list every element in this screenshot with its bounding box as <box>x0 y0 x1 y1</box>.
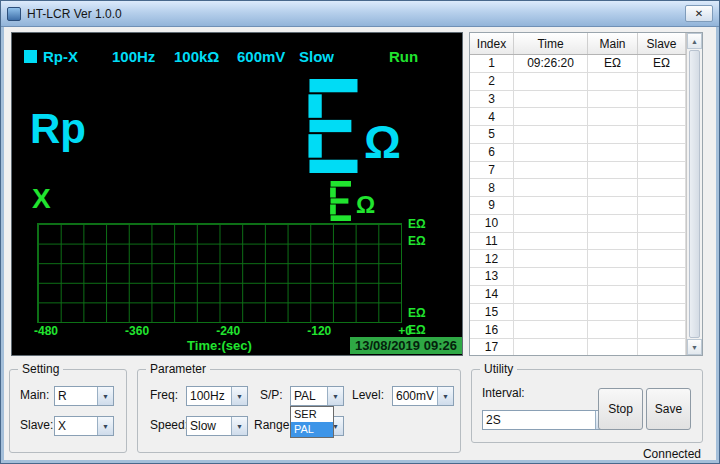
chart-x-axis-label: Time:(sec) <box>37 338 402 353</box>
chart-x-tick: -360 <box>125 324 149 338</box>
freq-label: Freq: <box>150 388 178 402</box>
speed-select[interactable]: Slow ▼ <box>186 416 248 436</box>
table-row[interactable]: 5 <box>470 126 686 144</box>
sp-select[interactable]: PAL ▼ <box>290 386 344 406</box>
chevron-down-icon[interactable]: ▼ <box>437 387 453 405</box>
chevron-down-icon[interactable]: ▼ <box>97 417 113 435</box>
sp-dropdown-option[interactable]: PAL <box>291 422 333 437</box>
table-cell-time <box>514 250 588 268</box>
table-header: Index Time Main Slave <box>470 33 686 55</box>
chevron-down-icon[interactable]: ▼ <box>327 387 343 405</box>
table-cell-time <box>514 233 588 251</box>
table-cell-time <box>514 91 588 109</box>
table-cell-main <box>588 215 638 233</box>
table-columns-area: Index Time Main Slave 109:26:20EΩEΩ23456… <box>470 33 686 355</box>
table-cell-time <box>514 73 588 91</box>
column-header-time[interactable]: Time <box>514 33 588 54</box>
table-row[interactable]: 12 <box>470 250 686 268</box>
table-cell-index: 8 <box>470 179 514 197</box>
scroll-up-icon[interactable]: ▲ <box>687 33 702 49</box>
chart-y-label: EΩ <box>408 217 426 231</box>
stop-button[interactable]: Stop <box>598 388 643 430</box>
lcd-timestamp: 13/08/2019 09:26 <box>350 337 462 354</box>
table-cell-index: 4 <box>470 108 514 126</box>
table-row[interactable]: 3 <box>470 91 686 109</box>
main-parameter-label: Rp <box>30 105 86 153</box>
table-cell-slave <box>638 286 686 304</box>
table-cell-index: 3 <box>470 91 514 109</box>
sp-dropdown-option[interactable]: SER <box>291 407 333 422</box>
status-freq: 100Hz <box>112 48 155 65</box>
table-cell-slave <box>638 321 686 339</box>
table-cell-slave <box>638 339 686 355</box>
speed-label: Speed: <box>150 418 188 432</box>
table-cell-index: 1 <box>470 55 514 73</box>
table-row[interactable]: 9 <box>470 197 686 215</box>
interval-select[interactable]: 2S ▼ <box>482 410 612 430</box>
column-header-main[interactable]: Main <box>588 33 638 54</box>
level-label: Level: <box>352 388 384 402</box>
save-button[interactable]: Save <box>646 388 691 430</box>
slave-unit: Ω <box>356 193 375 217</box>
status-level: 600mV <box>237 48 285 65</box>
table-cell-time <box>514 126 588 144</box>
level-select[interactable]: 600mV ▼ <box>392 386 454 406</box>
chevron-down-icon[interactable]: ▼ <box>231 417 247 435</box>
measurement-table: Index Time Main Slave 109:26:20EΩEΩ23456… <box>469 32 703 356</box>
table-row[interactable]: 14 <box>470 286 686 304</box>
table-cell-main: EΩ <box>588 55 638 73</box>
table-row[interactable]: 8 <box>470 179 686 197</box>
main-select[interactable]: R ▼ <box>54 386 114 406</box>
chart-x-tick: -480 <box>34 324 58 338</box>
table-cell-index: 6 <box>470 144 514 162</box>
column-header-slave[interactable]: Slave <box>638 33 686 54</box>
table-row[interactable]: 15 <box>470 304 686 322</box>
chevron-down-icon[interactable]: ▼ <box>231 387 247 405</box>
table-cell-main <box>588 233 638 251</box>
slave-parameter-label: X <box>32 183 51 215</box>
title-bar[interactable]: HT-LCR Ver 1.0.0 ✕ <box>1 1 719 27</box>
table-row[interactable]: 7 <box>470 162 686 180</box>
slave-value-seven-segment: E <box>330 181 352 221</box>
table-row[interactable]: 11 <box>470 233 686 251</box>
table-row[interactable]: 6 <box>470 144 686 162</box>
freq-select[interactable]: 100Hz ▼ <box>186 386 248 406</box>
table-cell-index: 17 <box>470 339 514 355</box>
table-cell-slave <box>638 108 686 126</box>
table-cell-slave <box>638 73 686 91</box>
table-cell-main <box>588 197 638 215</box>
chart-x-tick: +0 <box>398 324 412 338</box>
table-cell-index: 16 <box>470 321 514 339</box>
table-cell-main <box>588 144 638 162</box>
chart-x-tick: -240 <box>216 324 240 338</box>
lcd-display: Rp-X 100Hz 100kΩ 600mV Slow Run Rp E Ω X… <box>11 32 463 356</box>
slave-select-value: X <box>55 417 97 435</box>
table-row[interactable]: 17 <box>470 339 686 355</box>
status-range: 100kΩ <box>174 48 219 65</box>
table-cell-time <box>514 268 588 286</box>
chevron-down-icon[interactable]: ▼ <box>97 387 113 405</box>
table-row[interactable]: 13 <box>470 268 686 286</box>
table-cell-main <box>588 250 638 268</box>
table-cell-index: 12 <box>470 250 514 268</box>
table-cell-main <box>588 286 638 304</box>
table-row[interactable]: 2 <box>470 73 686 91</box>
table-row[interactable]: 109:26:20EΩEΩ <box>470 55 686 73</box>
table-cell-slave <box>638 144 686 162</box>
scroll-down-icon[interactable]: ▼ <box>687 339 702 355</box>
table-cell-index: 9 <box>470 197 514 215</box>
table-row[interactable]: 10 <box>470 215 686 233</box>
table-cell-index: 14 <box>470 286 514 304</box>
table-row[interactable]: 16 <box>470 321 686 339</box>
table-cell-index: 11 <box>470 233 514 251</box>
table-cell-time <box>514 286 588 304</box>
scrollbar-thumb[interactable] <box>689 50 700 338</box>
table-scrollbar[interactable]: ▲ ▼ <box>686 33 702 355</box>
connection-status: Connected <box>643 447 701 461</box>
close-button[interactable]: ✕ <box>685 5 713 22</box>
chart-x-tick: -120 <box>307 324 331 338</box>
slave-select[interactable]: X ▼ <box>54 416 114 436</box>
table-row[interactable]: 4 <box>470 108 686 126</box>
column-header-index[interactable]: Index <box>470 33 514 54</box>
main-label: Main: <box>20 388 49 402</box>
